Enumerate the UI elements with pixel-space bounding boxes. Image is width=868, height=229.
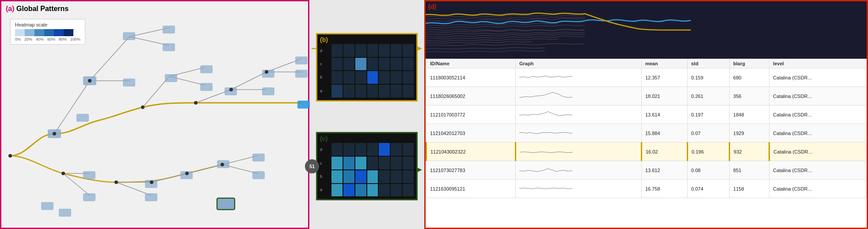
cell-std: 0.08 — [687, 161, 729, 180]
svg-rect-32 — [262, 87, 274, 95]
cell-graph — [515, 124, 641, 143]
svg-point-55 — [114, 180, 118, 184]
cell — [379, 170, 390, 183]
table-row[interactable]: 1121017003772 13.614 0.197 1848 Catalina… — [426, 105, 867, 124]
cell-blarg: 680 — [730, 68, 769, 87]
svg-point-59 — [8, 154, 12, 158]
svg-point-58 — [221, 163, 224, 166]
svg-rect-25 — [163, 43, 175, 51]
cell — [403, 71, 414, 84]
line-chart-svg — [426, 1, 867, 59]
cell-id: 1121043002322 — [426, 143, 516, 161]
table-row[interactable]: 1118003052114 12.357 0.159 680 Catalina … — [426, 68, 867, 87]
cell — [403, 58, 414, 71]
cell-mean: 13.612 — [641, 161, 687, 180]
cell — [331, 184, 343, 197]
cell — [379, 71, 390, 84]
cell — [343, 170, 354, 183]
table-row[interactable]: 1118026065002 18.021 0.261 356 Catalina … — [426, 87, 867, 105]
mini-graph-svg — [519, 180, 572, 196]
cell — [331, 85, 343, 98]
panel-c-row-labels: d c b a — [320, 143, 322, 196]
cell — [355, 58, 366, 71]
cell — [331, 44, 343, 57]
cell-level: Catalina (CSDR… — [769, 68, 867, 87]
panel-b: (b) d c b a — [316, 33, 418, 101]
cell-mean: 13.614 — [641, 105, 687, 124]
svg-rect-29 — [200, 83, 213, 91]
table-row-highlighted[interactable]: 1121043002322 16.02 0.196 932 Catalina (… — [426, 143, 867, 161]
cell-graph — [515, 180, 641, 198]
cell-graph — [515, 68, 641, 87]
cell-mean: 18.021 — [641, 87, 687, 105]
panel-c: (c) 51 d c b a — [316, 132, 418, 200]
cell-graph — [515, 161, 641, 180]
cell — [379, 157, 390, 169]
cell — [331, 58, 343, 71]
panel-c-heatmap — [331, 143, 414, 196]
cell — [355, 44, 366, 57]
table-row[interactable]: 1121073027783 13.612 0.08 851 Catalina (… — [426, 161, 867, 180]
svg-rect-45 — [41, 202, 53, 210]
cell — [391, 143, 402, 156]
cell-std: 0.159 — [687, 68, 729, 87]
cell — [391, 58, 402, 71]
panel-b-heatmap — [331, 44, 414, 98]
cell — [367, 58, 378, 71]
panel-d-label: (d) — [428, 3, 436, 10]
cell — [403, 143, 414, 156]
cell — [403, 44, 414, 57]
cell — [355, 85, 366, 98]
cell-blarg: 356 — [730, 87, 769, 105]
mini-graph-svg — [519, 162, 572, 177]
cell-mean: 12.357 — [641, 68, 687, 87]
cell-level: Catalina (CSDR… — [769, 124, 867, 143]
cell-id: 1121042012703 — [426, 124, 516, 143]
cell-mean: 15.884 — [641, 124, 687, 143]
svg-rect-43 — [252, 154, 265, 161]
cell-id: 1118026065002 — [426, 87, 516, 105]
cell — [355, 184, 366, 197]
table-row[interactable]: 1121630095121 16.758 0.074 1158 Catalina… — [426, 180, 867, 198]
cell — [343, 85, 354, 98]
svg-rect-28 — [200, 65, 213, 73]
middle-section: (b) d c b a — [309, 0, 424, 229]
mini-graph-svg — [519, 69, 572, 85]
cell — [355, 170, 366, 183]
mini-graph-svg — [520, 143, 573, 159]
cell — [403, 157, 414, 169]
svg-point-49 — [88, 79, 91, 83]
svg-rect-27 — [165, 74, 177, 82]
network-svg — [1, 1, 311, 229]
cell-mean: 16.02 — [641, 143, 687, 161]
arrow-c-to-d — [424, 169, 425, 204]
svg-point-53 — [265, 70, 268, 74]
cell-blarg: 932 — [730, 143, 769, 161]
cell — [355, 143, 366, 156]
svg-rect-26 — [123, 79, 135, 86]
cell — [379, 44, 390, 57]
cell-blarg: 1158 — [730, 180, 769, 198]
svg-point-51 — [194, 101, 198, 105]
cell — [391, 71, 402, 84]
data-table: ID/Name Graph mean std blarg level 11180… — [426, 59, 867, 198]
cell — [355, 157, 366, 169]
cell — [331, 170, 343, 183]
cell-graph — [515, 87, 641, 105]
cell — [379, 85, 390, 98]
panel-a: (a) Global Patterns Heatmap scale 0% 20%… — [0, 0, 309, 229]
cell-blarg: 1929 — [730, 124, 769, 143]
cell-std: 0.261 — [687, 87, 729, 105]
cell-std: 0.196 — [687, 143, 729, 161]
col-header-level: level — [769, 59, 867, 68]
table-row[interactable]: 1121042012703 15.884 0.07 1929 Catalina … — [426, 124, 867, 143]
cell — [391, 170, 402, 183]
col-header-mean: mean — [641, 59, 687, 68]
svg-line-9 — [231, 72, 266, 90]
cell — [379, 143, 390, 156]
cell — [403, 170, 414, 183]
cell — [367, 184, 378, 197]
badge-51: 51 — [305, 159, 319, 173]
cell — [367, 170, 378, 183]
cell-level: Catalina (CSDR… — [769, 161, 867, 180]
